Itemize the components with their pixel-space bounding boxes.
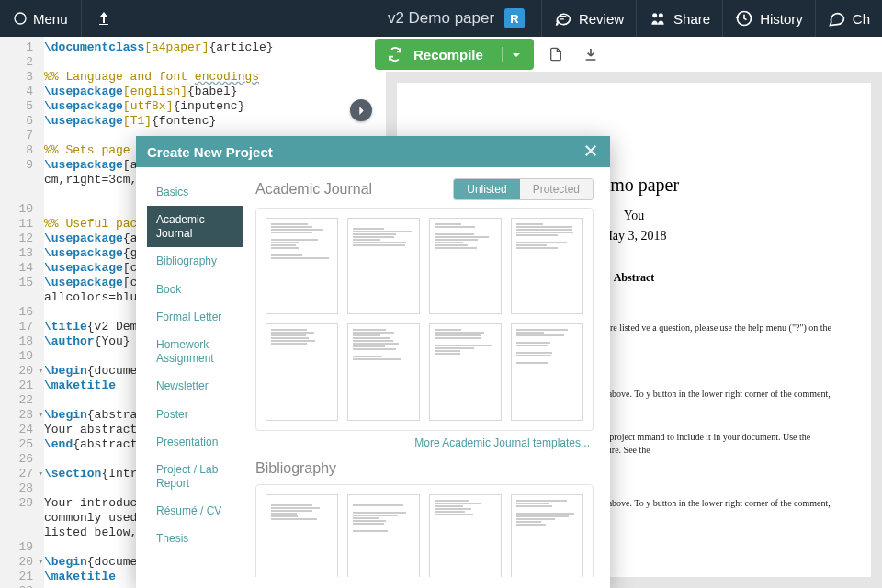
sidebar-item-thesis[interactable]: Thesis bbox=[147, 525, 243, 552]
menu-label: Menu bbox=[33, 11, 68, 27]
download-icon bbox=[583, 47, 598, 62]
template-list[interactable]: Academic JournalUnlistedProtectedMore Ac… bbox=[255, 178, 599, 577]
chevron-down-icon bbox=[512, 51, 521, 60]
preview-toolbar: Recompile bbox=[368, 37, 882, 72]
chat-label: Ch bbox=[853, 11, 870, 27]
template-thumbnail[interactable] bbox=[347, 494, 420, 577]
svg-point-1 bbox=[652, 13, 657, 17]
file-icon bbox=[548, 46, 563, 62]
history-icon bbox=[735, 9, 753, 28]
more-templates-link[interactable]: More Academic Journal templates... bbox=[255, 435, 594, 460]
up-button[interactable] bbox=[82, 0, 126, 37]
menu-icon bbox=[13, 11, 28, 26]
toggle-unlisted[interactable]: Unlisted bbox=[454, 179, 519, 199]
recompile-label: Recompile bbox=[413, 47, 483, 62]
svg-point-2 bbox=[659, 13, 663, 17]
sidebar-item-academic-journal[interactable]: Academic Journal bbox=[147, 206, 243, 247]
history-button[interactable]: History bbox=[723, 0, 815, 37]
sidebar-item-book[interactable]: Book bbox=[147, 276, 243, 303]
refresh-icon bbox=[388, 47, 402, 62]
share-icon bbox=[649, 9, 667, 28]
template-thumbnail[interactable] bbox=[429, 494, 502, 577]
chat-button[interactable]: Ch bbox=[816, 0, 882, 37]
document-title[interactable]: v2 Demo paper bbox=[388, 9, 494, 28]
sidebar-item-formal-letter[interactable]: Formal Letter bbox=[147, 303, 243, 331]
sidebar-item-presentation[interactable]: Presentation bbox=[147, 428, 243, 456]
template-thumbnail[interactable] bbox=[511, 494, 583, 577]
svg-point-0 bbox=[15, 13, 26, 24]
sidebar-item-bibliography[interactable]: Bibliography bbox=[147, 247, 243, 275]
menu-button[interactable]: Menu bbox=[0, 0, 81, 37]
line-numbers: 1234567891011121314151617181920▾212223▾2… bbox=[0, 37, 44, 588]
review-label: Review bbox=[579, 11, 624, 27]
visibility-toggle[interactable]: UnlistedProtected bbox=[453, 178, 594, 200]
modal-header: Create New Project bbox=[136, 136, 610, 167]
topbar-actions: R Review Share History Ch bbox=[504, 0, 882, 37]
template-thumbnail[interactable] bbox=[347, 323, 420, 420]
sidebar-item-basics[interactable]: Basics bbox=[147, 178, 243, 206]
template-thumbnail[interactable] bbox=[266, 323, 338, 420]
template-thumbnail[interactable] bbox=[266, 494, 338, 577]
recompile-button[interactable]: Recompile bbox=[375, 39, 534, 70]
template-thumbnail[interactable] bbox=[511, 218, 583, 314]
recompile-dropdown[interactable] bbox=[502, 47, 521, 62]
upload-icon bbox=[98, 12, 109, 25]
pane-toggle-button[interactable] bbox=[350, 99, 372, 121]
sidebar-item-project-lab-report[interactable]: Project / Lab Report bbox=[147, 456, 243, 497]
sidebar-item-poster[interactable]: Poster bbox=[147, 401, 243, 428]
section-heading: Academic Journal bbox=[255, 181, 372, 198]
topbar: Menu v2 Demo paper R Review Share Histor… bbox=[0, 0, 882, 37]
share-button[interactable]: Share bbox=[637, 0, 722, 37]
chat-icon bbox=[828, 9, 846, 28]
template-thumbnail[interactable] bbox=[347, 218, 420, 314]
template-thumbnail[interactable] bbox=[429, 218, 502, 314]
template-grid bbox=[255, 484, 594, 577]
template-category-sidebar: BasicsAcademic JournalBibliographyBookFo… bbox=[147, 178, 243, 577]
modal-close-button[interactable] bbox=[582, 142, 599, 162]
chevron-right-icon bbox=[356, 106, 367, 116]
toggle-protected[interactable]: Protected bbox=[520, 179, 593, 199]
user-badge[interactable]: R bbox=[504, 8, 525, 28]
sidebar-item-newsletter[interactable]: Newsletter bbox=[147, 372, 243, 400]
template-grid bbox=[255, 208, 594, 431]
close-icon bbox=[582, 142, 599, 159]
template-thumbnail[interactable] bbox=[511, 323, 583, 420]
create-project-modal: Create New Project BasicsAcademic Journa… bbox=[136, 136, 610, 588]
logs-button[interactable] bbox=[543, 41, 569, 67]
section-heading: Bibliography bbox=[255, 460, 336, 477]
modal-title: Create New Project bbox=[147, 144, 273, 160]
share-label: Share bbox=[673, 11, 710, 27]
sidebar-item-r-sum-cv[interactable]: Résumé / CV bbox=[147, 497, 243, 525]
template-thumbnail[interactable] bbox=[429, 323, 502, 420]
history-label: History bbox=[760, 11, 803, 27]
template-thumbnail[interactable] bbox=[266, 218, 338, 314]
sidebar-item-homework-assignment[interactable]: Homework Assignment bbox=[147, 331, 243, 372]
review-button[interactable]: Review bbox=[542, 0, 636, 37]
review-icon bbox=[554, 9, 572, 28]
download-button[interactable] bbox=[578, 41, 604, 67]
